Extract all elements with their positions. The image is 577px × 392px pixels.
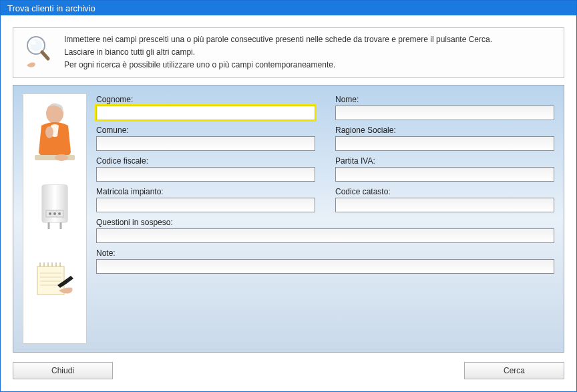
input-ragione-sociale[interactable]	[335, 136, 554, 151]
content-area: Immettere nei campi prescelti una o più …	[1, 15, 576, 391]
input-cognome[interactable]	[96, 106, 315, 120]
label-codice-catasto: Codice catasto:	[335, 187, 554, 196]
label-note: Note:	[96, 248, 554, 258]
label-comune: Comune:	[96, 126, 315, 135]
field-note: Note:	[96, 248, 554, 274]
instructions-panel: Immettere nei campi prescelti una o più …	[13, 27, 564, 78]
field-nome: Nome:	[335, 95, 554, 120]
field-codice-fiscale: Codice fiscale:	[96, 156, 315, 182]
svg-point-13	[58, 212, 61, 215]
cerca-button[interactable]: Cerca	[464, 362, 564, 379]
svg-point-5	[45, 126, 53, 138]
label-matricola-impianto: Matricola impianto:	[96, 187, 315, 196]
instruction-line-1: Immettere nei campi prescelti una o più …	[64, 33, 492, 46]
svg-point-12	[53, 212, 56, 215]
button-bar: Chiudi Cerca	[13, 359, 564, 379]
label-codice-fiscale: Codice fiscale:	[96, 156, 315, 166]
input-comune[interactable]	[96, 136, 315, 151]
input-note[interactable]	[96, 259, 554, 274]
field-cognome: Cognome:	[96, 95, 315, 120]
field-questioni-in-sospeso: Questioni in sospeso:	[96, 218, 554, 243]
svg-point-2	[31, 41, 36, 45]
window: Trova clienti in archivio Immettere nei …	[0, 0, 577, 392]
chiudi-button[interactable]: Chiudi	[13, 362, 113, 379]
svg-point-11	[49, 212, 51, 215]
label-ragione-sociale: Ragione Sociale:	[335, 126, 554, 135]
sidebar-item-person[interactable]	[25, 97, 84, 170]
window-title: Trova clienti in archivio	[7, 3, 95, 13]
label-questioni-in-sospeso: Questioni in sospeso:	[96, 218, 554, 227]
notes-icon	[32, 260, 77, 301]
field-matricola-impianto: Matricola impianto:	[96, 187, 315, 212]
search-panel: Cognome: Nome: Comune: Ragione Sociale:	[13, 85, 564, 353]
form-area: Cognome: Nome: Comune: Ragione Sociale:	[96, 93, 554, 344]
input-codice-fiscale[interactable]	[96, 167, 315, 182]
svg-point-7	[55, 154, 68, 161]
field-codice-catasto: Codice catasto:	[335, 187, 554, 212]
label-cognome: Cognome:	[96, 95, 315, 104]
sidebar-item-boiler[interactable]	[25, 170, 84, 244]
instruction-line-2: Lasciare in bianco tutti gli altri campi…	[64, 46, 492, 59]
magnifier-icon	[21, 33, 55, 69]
field-ragione-sociale: Ragione Sociale:	[335, 126, 554, 151]
input-questioni-in-sospeso[interactable]	[96, 228, 554, 243]
person-icon	[31, 100, 79, 167]
label-nome: Nome:	[335, 95, 554, 104]
instructions-text: Immettere nei campi prescelti una o più …	[64, 33, 492, 72]
titlebar: Trova clienti in archivio	[1, 1, 576, 15]
input-partita-iva[interactable]	[335, 167, 554, 182]
label-partita-iva: Partita IVA:	[335, 156, 554, 166]
boiler-icon	[37, 181, 73, 233]
svg-line-3	[42, 52, 48, 59]
field-partita-iva: Partita IVA:	[335, 156, 554, 182]
sidebar-item-notes[interactable]	[25, 244, 84, 317]
instruction-line-3: Per ogni ricerca è possibile utilizzare …	[64, 59, 492, 71]
input-codice-catasto[interactable]	[335, 198, 554, 212]
input-matricola-impianto[interactable]	[96, 198, 315, 212]
field-comune: Comune:	[96, 126, 315, 151]
sidebar	[23, 93, 87, 344]
input-nome[interactable]	[335, 106, 554, 120]
